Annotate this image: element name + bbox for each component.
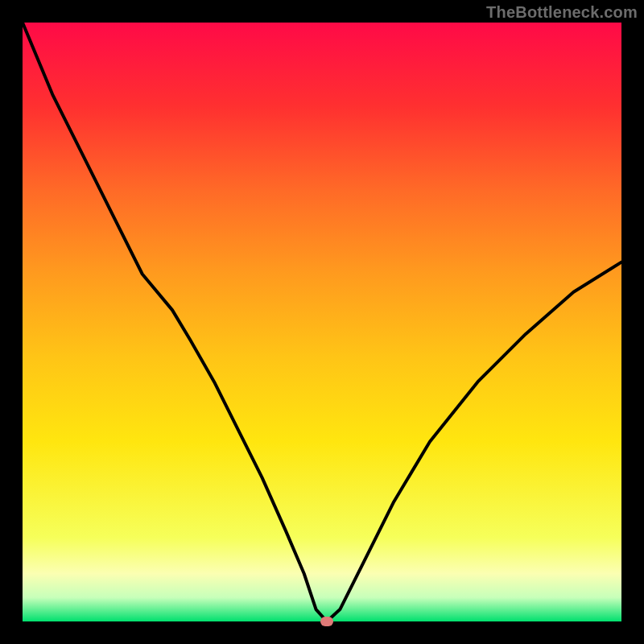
bottleneck-chart	[0, 0, 644, 644]
plot-area	[23, 23, 621, 621]
watermark-text: TheBottleneck.com	[486, 3, 638, 22]
minimum-marker	[320, 617, 333, 626]
